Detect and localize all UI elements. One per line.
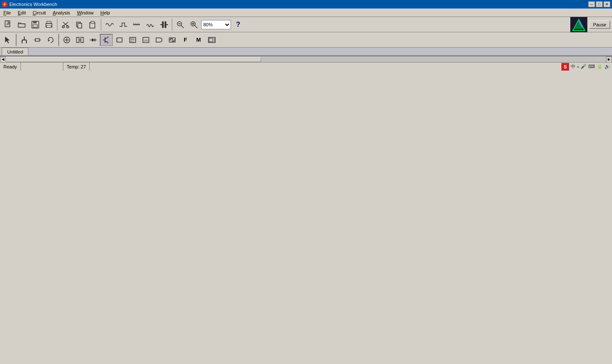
transistors-button[interactable] [100, 34, 113, 46]
zoom-in-button[interactable] [188, 19, 200, 31]
digital-ics-button[interactable]: DIGI [139, 34, 152, 46]
status-ready-text: Ready [3, 64, 17, 69]
svg-rect-59 [117, 38, 122, 42]
svg-rect-45 [77, 37, 79, 43]
status-temp: Temp: 27 [63, 63, 90, 71]
analysis-ac-button[interactable] [103, 19, 116, 31]
temp-value: 27 [81, 64, 86, 69]
svg-rect-8 [47, 26, 51, 27]
new-button[interactable] [2, 19, 14, 31]
pointer-tool-button[interactable] [2, 34, 14, 46]
status-s-icon: S [561, 63, 569, 71]
open-button[interactable] [15, 19, 28, 31]
zoom-out-button[interactable] [174, 19, 187, 31]
svg-marker-58 [106, 41, 108, 43]
status-bar: Ready Temp: 27 S 中 • 🎤 ⌨ 🔋 🔊 [0, 62, 612, 71]
close-button[interactable]: ✕ [603, 1, 610, 7]
main-toolbar: 80% 50% 60% 70% 90% 100% ? Pause [0, 17, 612, 32]
analysis-noise-button[interactable] [157, 19, 170, 31]
svg-rect-46 [81, 37, 83, 43]
print-button[interactable] [43, 19, 55, 31]
misc-button[interactable]: M [192, 34, 205, 46]
help-button[interactable]: ? [232, 19, 245, 31]
svg-marker-41 [48, 39, 50, 42]
svg-marker-33 [5, 37, 10, 43]
app-title: Electronics Workbench [9, 2, 57, 7]
status-right-icons: S 中 • 🎤 ⌨ 🔋 🔊 [561, 63, 612, 71]
svg-rect-19 [162, 21, 164, 28]
logo-area: Pause [570, 17, 610, 32]
menu-circuit[interactable]: Circuit [29, 9, 49, 17]
status-lang-icon: 中 [571, 63, 575, 70]
sources-button[interactable] [60, 34, 73, 46]
wire-tool-button[interactable] [18, 34, 31, 46]
svg-rect-16 [91, 21, 94, 23]
menu-edit[interactable]: Edit [14, 9, 29, 17]
pause-button[interactable]: Pause [589, 20, 610, 29]
analysis-dc-button[interactable] [130, 19, 143, 31]
minimize-button[interactable]: ─ [588, 1, 595, 7]
component-toolbar: ANADIG DIGI F M [0, 32, 612, 48]
indicators-button[interactable]: F [179, 34, 192, 46]
svg-text:DIGI: DIGI [144, 39, 148, 42]
logic-gates-button[interactable] [153, 34, 165, 46]
copy-button[interactable] [73, 19, 85, 31]
comp-sep2 [58, 34, 59, 46]
indicators-label: F [184, 37, 187, 43]
save-button[interactable] [29, 19, 42, 31]
menu-help[interactable]: Help [97, 9, 114, 17]
app-icon: ⚡ [2, 1, 8, 7]
analysis-transient-button[interactable] [117, 19, 129, 31]
sep1 [57, 19, 57, 31]
svg-text:ANA: ANA [131, 38, 134, 40]
scroll-right-arrow[interactable]: ▶ [606, 57, 612, 63]
zoom-select[interactable]: 80% 50% 60% 70% 90% 100% [201, 20, 231, 29]
status-kb-icon: ⌨ [588, 64, 595, 69]
comp-sep1 [16, 34, 17, 46]
svg-rect-14 [78, 23, 82, 28]
analog-ics-button[interactable] [113, 34, 126, 46]
workspace: Untitled 🔌 Transistors ✕ [0, 48, 612, 56]
maximize-button[interactable]: □ [596, 1, 603, 7]
svg-marker-49 [92, 38, 95, 42]
svg-line-27 [195, 26, 197, 28]
paste-button[interactable] [86, 19, 99, 31]
analysis-fourier-button[interactable] [144, 19, 157, 31]
svg-rect-71 [209, 38, 213, 42]
scroll-track[interactable] [6, 57, 606, 62]
scroll-left-arrow[interactable]: ◀ [0, 57, 6, 63]
digital-button[interactable] [166, 34, 179, 46]
tab-untitled[interactable]: Untitled [2, 48, 28, 55]
horizontal-scrollbar[interactable]: ◀ ▶ [0, 56, 612, 62]
status-sys-icon2: 🔊 [604, 64, 610, 69]
instruments-button[interactable] [205, 34, 218, 46]
tab-bar: Untitled [0, 48, 612, 56]
menu-analysis[interactable]: Analysis [49, 9, 74, 17]
resistor-button[interactable] [31, 34, 44, 46]
svg-rect-39 [35, 39, 40, 41]
misc-label: M [196, 37, 201, 43]
rotate-button[interactable] [44, 34, 57, 46]
status-sys-icon1: 🔋 [597, 64, 603, 69]
tab-label: Untitled [7, 49, 23, 54]
diodes-button[interactable] [87, 34, 100, 46]
status-dot-icon: • [577, 64, 579, 69]
scroll-thumb[interactable] [6, 57, 261, 62]
status-ready: Ready [0, 63, 21, 71]
menu-file[interactable]: File [0, 9, 14, 17]
basic-components-button[interactable] [74, 34, 86, 46]
menu-bar: File Edit Circuit Analysis Window Help [0, 9, 612, 17]
menu-window[interactable]: Window [74, 9, 97, 17]
svg-text:DIG: DIG [131, 40, 134, 43]
svg-line-24 [181, 26, 184, 28]
svg-rect-20 [165, 21, 166, 28]
svg-point-12 [67, 26, 69, 28]
temp-label: Temp: [67, 64, 80, 69]
sep2 [101, 19, 101, 31]
multisim-logo [570, 17, 587, 32]
svg-rect-5 [33, 25, 37, 27]
cut-button[interactable] [59, 19, 72, 31]
mixed-ics-button[interactable]: ANADIG [126, 34, 139, 46]
svg-rect-4 [33, 21, 37, 23]
sep3 [172, 19, 172, 31]
